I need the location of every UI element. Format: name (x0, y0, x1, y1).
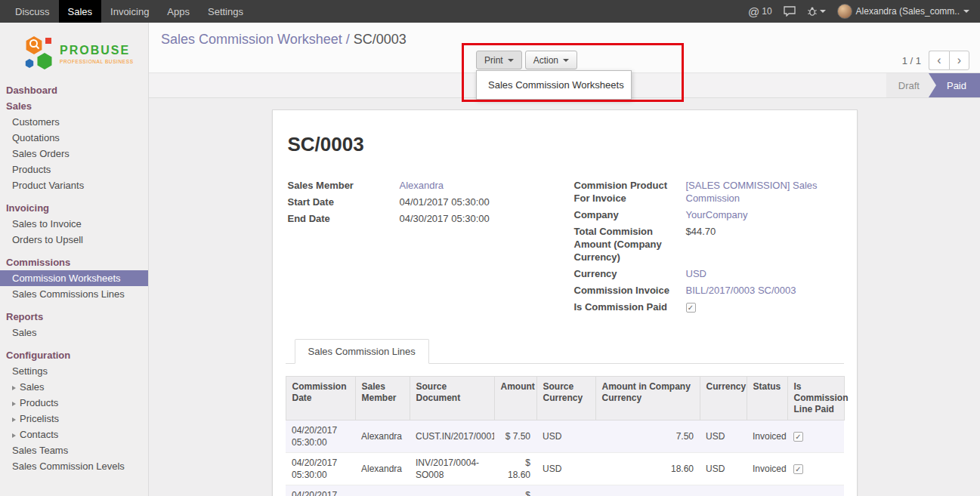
field-value-currency[interactable]: USD (686, 267, 844, 280)
sidebar-item-sales-commission-levels[interactable]: Sales Commission Levels (0, 458, 148, 474)
field-label-total-commission: Total Commision Amount (Company Currency… (574, 225, 680, 263)
cell-status: Invoiced (747, 485, 787, 496)
cell-currency: USD (700, 485, 747, 496)
print-dropdown-menu: Sales Commission Worksheets (476, 70, 632, 100)
cell-source-currency: USD (536, 485, 595, 496)
cell-commission-date: 04/20/2017 10:35:53 (286, 485, 355, 496)
line-paid-checkbox: ✓ (793, 432, 803, 442)
topnav-item-invoicing[interactable]: Invoicing (101, 0, 158, 23)
breadcrumb-parent-link[interactable]: Sales Commission Worksheet (161, 32, 342, 47)
field-value-sales-member[interactable]: Alexandra (400, 179, 558, 192)
table-header-row: Commission Date Sales Member Source Docu… (286, 377, 844, 421)
cell-sales-member: Alexandra (355, 485, 410, 496)
sidebar-section-configuration[interactable]: Configuration (0, 347, 148, 363)
col-header-source-document[interactable]: Source Document (410, 377, 494, 421)
field-label-company: Company (574, 208, 680, 221)
col-header-source-currency[interactable]: Source Currency (536, 377, 595, 421)
cell-company-amount: 18.60 (595, 485, 700, 496)
form-view-area: SC/0003 Sales Member Alexandra Start Dat… (149, 98, 980, 496)
sidebar-item-config-contacts[interactable]: Contacts (0, 427, 148, 442)
sidebar-section-commissions[interactable]: Commissions (0, 254, 148, 270)
sidebar-item-sales-teams[interactable]: Sales Teams (0, 442, 148, 458)
topnav-item-settings[interactable]: Settings (199, 0, 252, 23)
field-value-commission-invoice[interactable]: BILL/2017/0003 SC/0003 (686, 284, 844, 297)
print-button-label: Print (484, 55, 503, 66)
status-draft[interactable]: Draft (886, 73, 936, 97)
sidebar-item-products[interactable]: Products (0, 162, 148, 177)
cell-source-document: CUST.IN/2017/0001 (410, 421, 494, 453)
pager-counter: 1 / 1 (902, 55, 921, 66)
sidebar-item-dashboard[interactable]: Dashboard (0, 82, 148, 98)
sidebar-section-reports[interactable]: Reports (0, 309, 148, 325)
field-group-left: Sales Member Alexandra Start Date 04/01/… (288, 179, 558, 313)
at-icon: @ (748, 5, 759, 18)
brand-text: PROBUSE PROFESSIONAL BUSINESS (60, 44, 134, 64)
sidebar-section-invoicing[interactable]: Invoicing (0, 200, 148, 216)
sidebar-item-product-variants[interactable]: Product Variants (0, 177, 148, 193)
col-header-status[interactable]: Status (747, 377, 787, 421)
topnav-item-discuss[interactable]: Discuss (6, 0, 59, 23)
mentions-counter[interactable]: @ 10 (748, 5, 772, 18)
sidebar-item-orders-to-upsell[interactable]: Orders to Upsell (0, 232, 148, 248)
sidebar-item-config-sales[interactable]: Sales (0, 379, 148, 395)
user-menu[interactable]: Alexandra (Sales_comm.. (837, 4, 969, 19)
cell-company-amount: 7.50 (595, 421, 700, 453)
cell-status: Invoiced (747, 453, 787, 485)
sidebar-item-config-products[interactable]: Products (0, 395, 148, 411)
sidebar-item-customers[interactable]: Customers (0, 114, 148, 130)
sidebar-section-sales[interactable]: Sales (0, 98, 148, 114)
main-content: Sales Commission Worksheet/SC/0003 Print… (149, 23, 980, 496)
chevron-down-icon (963, 10, 969, 13)
col-header-currency[interactable]: Currency (700, 377, 747, 421)
field-value-company[interactable]: YourCompany (686, 208, 844, 221)
table-row[interactable]: 04/20/2017 05:30:00 Alexandra CUST.IN/20… (286, 421, 844, 453)
action-button[interactable]: Action (525, 51, 577, 69)
topnav-item-apps[interactable]: Apps (158, 0, 199, 23)
cell-amount: $ 18.60 (494, 485, 536, 496)
mentions-count: 10 (762, 6, 771, 17)
action-buttons: Print Action (476, 51, 577, 69)
pager-next-button[interactable]: › (949, 51, 969, 70)
sidebar-item-config-pricelists[interactable]: Pricelists (0, 411, 148, 427)
sidebar-item-reports-sales[interactable]: Sales (0, 325, 148, 340)
brand-name: PROBUSE (60, 44, 134, 57)
debug-icon[interactable] (807, 6, 826, 17)
cell-status: Invoiced (747, 421, 787, 453)
tab-sales-commission-lines[interactable]: Sales Commission Lines (295, 339, 429, 364)
sidebar-item-sales-commissions-lines[interactable]: Sales Commissions Lines (0, 286, 148, 302)
record-title: SC/0003 (288, 133, 844, 156)
field-label-commission-product: Commision Product For Invoice (574, 179, 680, 205)
dropdown-item-sales-commission-worksheets[interactable]: Sales Commission Worksheets (477, 74, 631, 96)
col-header-sales-member[interactable]: Sales Member (355, 377, 410, 421)
pager: 1 / 1 ‹ › (902, 51, 969, 70)
chevron-down-icon (820, 10, 826, 13)
sidebar-item-commission-worksheets[interactable]: Commission Worksheets (0, 270, 148, 286)
brand-tagline: PROFESSIONAL BUSINESS (60, 59, 134, 64)
messages-icon[interactable] (784, 6, 796, 17)
print-button[interactable]: Print (476, 51, 522, 69)
sidebar-item-sales-to-invoice[interactable]: Sales to Invoice (0, 216, 148, 232)
col-header-is-commission-line-paid[interactable]: Is Commission Line Paid (787, 377, 844, 421)
sidebar-item-config-settings[interactable]: Settings (0, 363, 148, 379)
top-navbar: Discuss Sales Invoicing Apps Settings @ … (0, 0, 980, 23)
topnav-item-sales[interactable]: Sales (59, 0, 102, 23)
brand-logo[interactable]: PROBUSE PROFESSIONAL BUSINESS (0, 23, 148, 81)
sidebar-item-quotations[interactable]: Quotations (0, 130, 148, 146)
field-value-commission-product[interactable]: [SALES COMMISSION] Sales Commission (686, 179, 844, 205)
expand-icon (12, 386, 16, 390)
cell-amount: $ 18.60 (494, 453, 536, 485)
sidebar-item-sales-orders[interactable]: Sales Orders (0, 146, 148, 162)
cell-source-document: INV/2017/0004-SO008 (410, 453, 494, 485)
col-header-amount[interactable]: Amount (494, 377, 536, 421)
cell-line-paid: ✓ (787, 421, 844, 453)
table-row[interactable]: 04/20/2017 10:35:53 Alexandra SO008 $ 18… (286, 485, 844, 496)
table-row[interactable]: 04/20/2017 05:30:00 Alexandra INV/2017/0… (286, 453, 844, 485)
col-header-amount-company-currency[interactable]: Amount in Company Currency (595, 377, 700, 421)
col-header-commission-date[interactable]: Commission Date (286, 377, 355, 421)
sidebar-item-label: Pricelists (20, 413, 59, 424)
breadcrumb-separator: / (346, 32, 350, 47)
status-paid[interactable]: Paid (929, 73, 980, 97)
pager-previous-button[interactable]: ‹ (929, 51, 949, 70)
cell-source-currency: USD (536, 421, 595, 453)
probuse-logo-icon (24, 35, 54, 72)
